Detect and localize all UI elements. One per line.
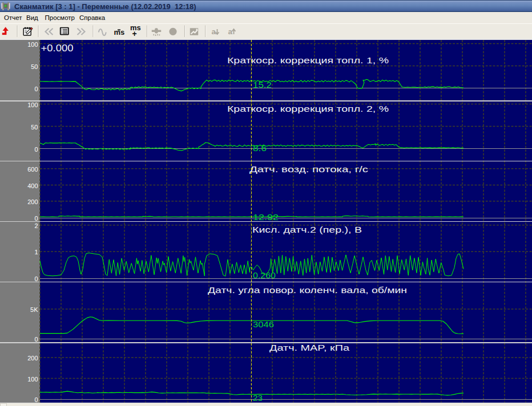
svg-text:Датч. MAP, кПа: Датч. MAP, кПа	[269, 343, 350, 352]
svg-text:2: 2	[34, 222, 38, 229]
svg-text:0: 0	[34, 396, 38, 403]
svg-text:100: 100	[27, 41, 38, 48]
svg-text:0: 0	[34, 215, 38, 222]
svg-text:Датч. угла повор. коленч. вала: Датч. угла повор. коленч. вала, об/мин	[208, 285, 407, 295]
svg-text:a: a	[212, 27, 216, 36]
svg-text:50: 50	[31, 63, 38, 70]
svg-text:0: 0	[34, 146, 38, 153]
svg-text:Кисл. датч.2 (пер.), В: Кисл. датч.2 (пер.), В	[252, 225, 362, 234]
svg-text:a: a	[228, 27, 233, 36]
svg-text:12.92: 12.92	[253, 212, 279, 222]
svg-text:23: 23	[253, 393, 263, 403]
svg-text:0: 0	[34, 86, 38, 92]
svg-text:+0.000: +0.000	[41, 43, 74, 53]
svg-text:5K: 5K	[30, 306, 38, 313]
svg-text:3046: 3046	[253, 319, 274, 329]
svg-text:1: 1	[34, 249, 38, 255]
svg-text:Датч. возд. потока, г/с: Датч. возд. потока, г/с	[249, 164, 369, 174]
svg-text:400: 400	[27, 182, 38, 189]
svg-text:+: +	[132, 29, 137, 38]
svg-text:0.260: 0.260	[253, 270, 276, 280]
svg-text:15.2: 15.2	[253, 80, 272, 90]
svg-text:200: 200	[27, 198, 38, 205]
svg-text:200: 200	[27, 355, 38, 362]
svg-text:ms: ms	[114, 28, 125, 36]
svg-text:0: 0	[34, 275, 38, 282]
svg-text:0: 0	[34, 336, 38, 343]
svg-text:100: 100	[27, 102, 38, 108]
svg-text:600: 600	[27, 166, 38, 173]
svg-text:100: 100	[27, 376, 38, 383]
svg-text:50: 50	[31, 124, 38, 131]
svg-text:8.6: 8.6	[253, 143, 267, 153]
